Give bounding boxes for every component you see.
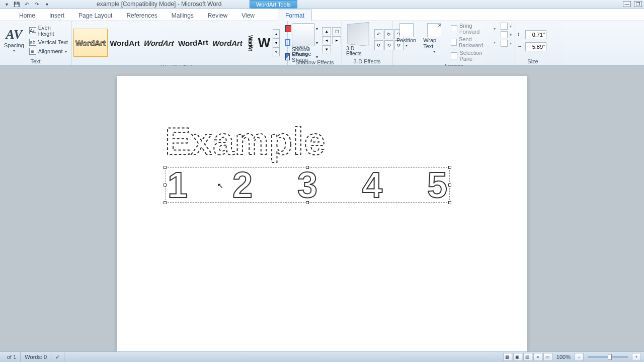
shadow-effects-button[interactable]: Shadow Effects <box>290 22 317 58</box>
tilt-down-icon[interactable]: ↺ <box>374 40 383 50</box>
page[interactable]: Example 1 2 3 4 5 ↖ <box>117 76 527 351</box>
group-size: ↕ ↔ Size <box>515 21 550 65</box>
even-height-icon: Aa <box>29 27 36 34</box>
selection-pane-label: Selection Pane <box>459 50 496 62</box>
wordart-style-6[interactable]: WordArt <box>245 29 257 57</box>
zoom-thumb[interactable] <box>608 354 612 360</box>
group-shadow-label: Shadow Effects <box>290 58 340 66</box>
gallery-more-icon[interactable]: ▿ <box>273 47 280 56</box>
shadow-toggle-icon[interactable]: ◻ <box>332 27 341 35</box>
tab-format[interactable]: Format <box>278 10 312 21</box>
tab-home[interactable]: Home <box>12 10 42 21</box>
even-height-button[interactable]: Aa Even Height <box>28 24 69 37</box>
status-bar: of 1 Words: 0 ✓ ▦ ▣ ▤ ≡ ▭ 100% − + <box>0 351 644 362</box>
redo-icon[interactable]: ↷ <box>32 1 41 8</box>
group-text: AV Spacing ▾ Aa Even Height ab Vertical … <box>0 21 71 65</box>
group-size-label: Size <box>517 57 548 65</box>
save-icon[interactable]: 💾 <box>12 1 21 8</box>
wordart-style-1[interactable]: WordArt <box>73 29 108 57</box>
group-button[interactable]: ▾ <box>500 31 513 39</box>
zoom-out-icon[interactable]: − <box>575 353 584 361</box>
zoom-level[interactable]: 100% <box>556 354 571 360</box>
position-label: Position <box>396 37 416 43</box>
shadow-nudge-up-icon[interactable]: ▴ <box>322 27 331 35</box>
bring-forward-label: Bring Forward <box>459 23 492 35</box>
chevron-down-icon: ▾ <box>65 49 67 54</box>
shadow-effects-label: Shadow Effects <box>292 47 315 57</box>
window-title: example [Compatibility Mode] - Microsoft… <box>97 1 222 8</box>
wordart-number-4: 4 <box>362 164 382 206</box>
minimize-icon[interactable]: — <box>623 1 631 7</box>
group-shadow-effects: Shadow Effects ▴ ◻ ◂ ▸ ▾ Shadow Effects <box>288 21 342 65</box>
office-button[interactable]: ▾ <box>2 1 11 8</box>
selection-pane-button[interactable]: Selection Pane <box>450 49 497 62</box>
resize-handle-tl[interactable] <box>164 166 167 169</box>
wordart-numbers-object[interactable]: 1 2 3 4 5 <box>165 167 450 203</box>
spacing-button[interactable]: AV Spacing ▾ <box>2 26 26 54</box>
wordart-style-5[interactable]: WordArt <box>210 29 245 57</box>
resize-handle-bm[interactable] <box>306 201 309 204</box>
tab-page-layout[interactable]: Page Layout <box>71 10 119 21</box>
view-print-layout-icon[interactable]: ▦ <box>503 353 512 361</box>
tab-view[interactable]: View <box>234 10 262 21</box>
resize-handle-ml[interactable] <box>164 184 167 187</box>
resize-handle-br[interactable] <box>448 201 451 204</box>
tab-insert[interactable]: Insert <box>42 10 71 21</box>
bring-forward-button[interactable]: Bring Forward ▾ <box>450 22 497 35</box>
resize-handle-tm[interactable] <box>306 166 309 169</box>
position-button[interactable]: Position ▾ <box>394 22 418 49</box>
document-area[interactable]: Example 1 2 3 4 5 ↖ <box>0 66 644 351</box>
status-words[interactable]: Words: 0 <box>21 352 51 362</box>
resize-handle-tr[interactable] <box>448 166 451 169</box>
view-outline-icon[interactable]: ≡ <box>533 353 542 361</box>
undo-icon[interactable]: ↶ <box>22 1 31 8</box>
wordart-example-object[interactable]: Example <box>165 121 467 166</box>
chevron-down-icon: ▾ <box>494 40 496 45</box>
shadow-nudge-left-icon[interactable]: ◂ <box>322 36 331 44</box>
status-page[interactable]: of 1 <box>3 352 21 362</box>
wrap-text-label: Wrap Text <box>423 37 445 49</box>
restore-icon[interactable]: ❐ <box>634 1 642 7</box>
alignment-button[interactable]: ≡ Alignment ▾ <box>28 47 69 55</box>
status-proofing-icon[interactable]: ✓ <box>51 352 64 362</box>
wordart-style-4[interactable]: WordArt <box>176 28 211 57</box>
vertical-text-button[interactable]: ab Vertical Text <box>28 38 69 46</box>
wordart-number-5: 5 <box>427 164 447 206</box>
shadow-nudge-right-icon[interactable]: ▸ <box>332 36 341 44</box>
wordart-style-2[interactable]: WordArt <box>108 29 142 57</box>
3d-effects-button[interactable]: 3-D Effects <box>344 22 370 57</box>
qat-more-icon[interactable]: ▾ <box>42 1 51 8</box>
width-input[interactable] <box>525 42 546 51</box>
view-web-layout-icon[interactable]: ▤ <box>523 353 532 361</box>
vertical-text-icon: ab <box>29 39 36 46</box>
rotate-button[interactable]: ▾ <box>500 39 513 47</box>
shadow-icon <box>292 23 315 46</box>
tab-mailings[interactable]: Mailings <box>165 10 201 21</box>
spacing-label: Spacing <box>4 42 24 48</box>
tab-review[interactable]: Review <box>201 10 234 21</box>
shadow-nudge-down-icon[interactable]: ▾ <box>322 45 331 53</box>
send-backward-button[interactable]: Send Backward ▾ <box>450 36 497 49</box>
resize-handle-bl[interactable] <box>164 201 167 204</box>
gallery-down-icon[interactable]: ▾ <box>273 38 280 47</box>
tilt-left-icon[interactable]: ↶ <box>374 29 383 39</box>
alignment-label: Alignment <box>38 48 63 54</box>
zoom-slider[interactable] <box>588 356 628 358</box>
group-wordart-styles: WordArt WordArt WordArt WordArt WordArt … <box>71 21 288 65</box>
rotate-icon <box>501 40 508 47</box>
zoom-in-icon[interactable]: + <box>632 353 641 361</box>
gallery-up-icon[interactable]: ▴ <box>273 29 280 38</box>
wordart-style-3[interactable]: WordArt <box>140 29 178 57</box>
height-input[interactable] <box>525 30 546 39</box>
resize-handle-mr[interactable] <box>448 184 451 187</box>
align-button[interactable]: ▾ <box>500 22 513 30</box>
send-backward-icon <box>451 39 457 46</box>
view-draft-icon[interactable]: ▭ <box>543 353 552 361</box>
wrap-text-button[interactable]: ✕ Wrap Text ▾ <box>421 22 447 55</box>
wordart-gallery: WordArt WordArt WordArt WordArt WordArt … <box>73 29 280 57</box>
width-icon: ↔ <box>517 43 524 50</box>
tab-references[interactable]: References <box>119 10 164 21</box>
vertical-text-label: Vertical Text <box>38 39 68 45</box>
wordart-style-7[interactable]: W <box>257 29 272 57</box>
view-full-screen-icon[interactable]: ▣ <box>513 353 522 361</box>
